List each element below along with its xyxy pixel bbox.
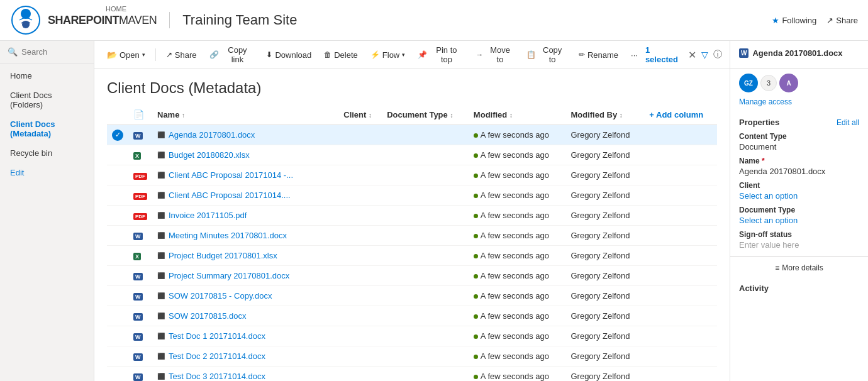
file-name-link[interactable]: Client ABC Proposal 20171014 -... xyxy=(169,170,293,180)
row-checkbox[interactable] xyxy=(107,145,128,165)
file-name-link[interactable]: Client ABC Proposal 20171014.... xyxy=(169,190,291,200)
close-selection-button[interactable]: ✕ xyxy=(688,49,696,61)
file-icon: PDF xyxy=(133,193,147,200)
row-extra xyxy=(644,246,717,266)
row-checkbox[interactable] xyxy=(107,306,128,326)
file-flag-icon: ⬛ xyxy=(157,152,165,158)
row-checkbox[interactable] xyxy=(107,226,128,246)
row-extra xyxy=(644,306,717,326)
status-dot-icon xyxy=(474,194,478,198)
avatar-2: A xyxy=(779,74,798,92)
table-row: ✓ W ⬛ Agenda 20170801.docx ··· A few sec… xyxy=(107,125,717,145)
row-checkbox[interactable] xyxy=(107,286,128,306)
row-client xyxy=(338,206,382,226)
search-input[interactable] xyxy=(21,47,86,57)
row-doc-type xyxy=(382,206,469,226)
delete-button[interactable]: 🗑 Delete xyxy=(319,47,363,63)
row-client xyxy=(338,326,382,346)
file-name-link[interactable]: Invoice 20171105.pdf xyxy=(169,211,247,220)
table-row: W ⬛ SOW 20170815.docx ··· A few seconds … xyxy=(107,306,717,326)
file-name-link[interactable]: Agenda 20170801.docx xyxy=(169,130,255,140)
row-name-cell: ⬛ SOW 20170815.docx ··· xyxy=(152,306,338,326)
sidebar-item-home[interactable]: Home xyxy=(0,66,94,86)
more-button[interactable]: ··· xyxy=(626,47,643,63)
col-name-header[interactable]: Name ↑ xyxy=(152,104,338,125)
row-checkbox[interactable] xyxy=(107,206,128,226)
file-name-link[interactable]: Budget 20180820.xlsx xyxy=(169,150,250,160)
col-doctype-header[interactable]: Document Type ↕ xyxy=(382,104,469,125)
flow-button[interactable]: ⚡ Flow ▾ xyxy=(365,47,410,63)
file-name-link[interactable]: SOW 20170815.docx xyxy=(169,311,247,321)
row-extra xyxy=(644,346,717,367)
file-icon: W xyxy=(133,353,143,361)
row-file-type-icon: PDF xyxy=(128,185,152,206)
info-icon[interactable]: ⓘ xyxy=(713,49,722,60)
row-client xyxy=(338,165,382,185)
manage-access-link[interactable]: Manage access xyxy=(730,97,868,111)
col-client-header[interactable]: Client ↕ xyxy=(338,104,382,125)
doctype-select[interactable]: Select an option xyxy=(739,216,859,225)
file-name-link[interactable]: Test Doc 2 20171014.docx xyxy=(169,351,265,361)
row-modified: A few seconds ago xyxy=(469,246,566,266)
move-to-button[interactable]: → Move to xyxy=(471,42,520,67)
file-flag-icon: ⬛ xyxy=(157,232,165,239)
row-doc-type xyxy=(382,266,469,286)
file-name-link[interactable]: Test Doc 3 20171014.docx xyxy=(169,372,265,381)
row-file-type-icon: W xyxy=(128,367,152,382)
search-box[interactable]: 🔍 xyxy=(0,41,94,64)
file-icon: PDF xyxy=(133,173,147,180)
row-checkbox[interactable] xyxy=(107,185,128,206)
row-modified-by: Gregory Zelfond xyxy=(565,165,644,185)
row-name-cell: ⬛ Test Doc 1 20171014.docx ··· xyxy=(152,326,338,346)
col-modifiedby-header[interactable]: Modified By ↕ xyxy=(565,104,644,125)
breadcrumb: HOME xyxy=(106,5,126,13)
status-dot-icon xyxy=(474,334,478,339)
row-checkbox[interactable] xyxy=(107,246,128,266)
client-select[interactable]: Select an option xyxy=(739,191,859,201)
share-site-button[interactable]: ↗ Share xyxy=(826,16,858,25)
share-icon: ↗ xyxy=(166,50,172,59)
panel-word-icon: W xyxy=(739,48,748,58)
copy-link-button[interactable]: 🔗 Copy link xyxy=(204,42,259,67)
col-addcolumn-header[interactable]: + Add column xyxy=(644,104,717,125)
open-button[interactable]: 📂 Open ▾ xyxy=(102,47,150,63)
following-button[interactable]: ★ Following xyxy=(772,16,816,25)
row-checkbox[interactable] xyxy=(107,346,128,367)
col-modified-header[interactable]: Modified ↕ xyxy=(469,104,566,125)
more-details-button[interactable]: ≡ More details xyxy=(730,257,868,279)
file-name-link[interactable]: Meeting Minutes 20170801.docx xyxy=(169,231,287,240)
sidebar-item-client-docs-metadata[interactable]: Client Docs (Metadata) xyxy=(0,114,94,143)
row-modified-by: Gregory Zelfond xyxy=(565,125,644,145)
file-name-link[interactable]: Test Doc 1 20171014.docx xyxy=(169,331,265,341)
file-icon: X xyxy=(133,253,141,260)
row-checkbox[interactable] xyxy=(107,266,128,286)
row-doc-type xyxy=(382,306,469,326)
filter-icon[interactable]: ▽ xyxy=(701,50,708,60)
separator-1 xyxy=(155,48,156,61)
row-file-type-icon: X xyxy=(128,246,152,266)
file-name-link[interactable]: Project Summary 20170801.docx xyxy=(169,271,289,280)
row-checkbox[interactable] xyxy=(107,326,128,346)
row-client xyxy=(338,367,382,382)
share-button[interactable]: ↗ Share xyxy=(161,47,202,63)
row-checkbox[interactable] xyxy=(107,367,128,382)
row-doc-type xyxy=(382,326,469,346)
row-checkbox[interactable] xyxy=(107,165,128,185)
signoff-input[interactable]: Enter value here xyxy=(739,240,859,250)
row-modified: A few seconds ago xyxy=(469,286,566,306)
table-row: W ⬛ SOW 20170815 - Copy.docx ··· A few s… xyxy=(107,286,717,306)
share-icon-header: ↗ xyxy=(826,16,833,25)
copy-to-button[interactable]: 📋 Copy to xyxy=(521,42,570,67)
file-name-link[interactable]: Project Budget 20170801.xlsx xyxy=(169,251,277,260)
row-checkbox[interactable]: ✓ xyxy=(107,125,128,145)
sidebar-item-edit[interactable]: Edit xyxy=(0,163,94,182)
file-name-link[interactable]: SOW 20170815 - Copy.docx xyxy=(169,291,272,301)
status-dot-icon xyxy=(474,294,478,299)
download-button[interactable]: ⬇ Download xyxy=(261,47,316,63)
edit-all-link[interactable]: Edit all xyxy=(837,118,859,127)
panel-filename: W Agenda 20170801.docx xyxy=(739,48,859,58)
rename-button[interactable]: ✏ Rename xyxy=(574,47,623,63)
sidebar-item-recycle-bin[interactable]: Recycle bin xyxy=(0,143,94,163)
pin-to-top-button[interactable]: 📌 Pin to top xyxy=(413,42,468,67)
sidebar-item-client-docs-folders[interactable]: Client Docs (Folders) xyxy=(0,86,94,114)
